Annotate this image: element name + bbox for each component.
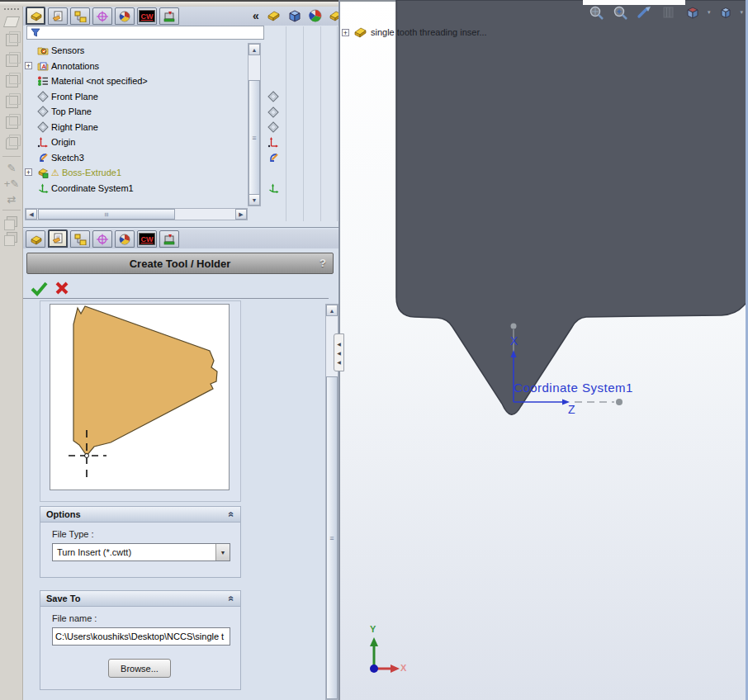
filter-funnel-icon bbox=[30, 27, 41, 38]
expand-toggle[interactable]: + bbox=[342, 29, 349, 36]
sketch-icon[interactable]: ✎ bbox=[7, 163, 17, 173]
tab-camworks-feature[interactable]: CW bbox=[137, 7, 157, 25]
scroll-thumb[interactable]: ≡ bbox=[249, 80, 260, 196]
dropdown-caret-icon[interactable]: ▾ bbox=[708, 9, 711, 16]
tree-item-coordinate-system1[interactable]: Coordinate System1 bbox=[25, 181, 246, 196]
flyout-origin-icon[interactable] bbox=[266, 135, 281, 149]
tab-property-manager[interactable] bbox=[48, 7, 68, 25]
boss-extrude-icon bbox=[36, 167, 49, 179]
cancel-button[interactable] bbox=[54, 281, 69, 296]
view-cube-icon[interactable] bbox=[6, 54, 18, 67]
scroll-up-button[interactable]: ▲ bbox=[326, 305, 338, 316]
tab-camworks-operation[interactable] bbox=[159, 7, 179, 25]
tree-item-top-plane[interactable]: Top Plane bbox=[25, 104, 246, 119]
3d-sketch-icon[interactable]: +✎ bbox=[4, 178, 19, 189]
flyout-sphere-icon[interactable] bbox=[308, 8, 323, 22]
copy-icon[interactable] bbox=[7, 216, 17, 227]
dropdown-arrow-icon[interactable]: ▼ bbox=[215, 544, 230, 560]
viewport-tree-item[interactable]: + single tooth threading inser... bbox=[342, 26, 487, 39]
flyout-plane-icon[interactable] bbox=[266, 105, 281, 119]
plane-icon bbox=[36, 106, 49, 118]
page-title: Create Tool / Holder bbox=[130, 258, 231, 270]
scroll-thumb[interactable]: ≡ bbox=[326, 376, 338, 699]
collapse-chevron-icon[interactable]: « bbox=[226, 512, 238, 518]
tree-item-right-plane[interactable]: Right Plane bbox=[25, 120, 246, 135]
file-name-input[interactable] bbox=[52, 627, 230, 646]
browse-button[interactable]: Browse... bbox=[108, 659, 171, 678]
tab-property-manager[interactable] bbox=[48, 229, 68, 248]
tree-item-origin[interactable]: Origin bbox=[25, 135, 246, 149]
tab-display-manager[interactable] bbox=[115, 230, 135, 248]
coordinate-system-icon bbox=[36, 182, 49, 195]
solidworks-window: ✎ +✎ ⇄ CW bbox=[0, 0, 748, 700]
tree-vertical-scrollbar[interactable]: ▲ ≡ ▼ bbox=[248, 43, 261, 206]
scroll-thumb[interactable]: ≡ bbox=[38, 209, 175, 220]
flyout-plane-icon[interactable] bbox=[266, 120, 281, 134]
rotate-view-icon[interactable] bbox=[636, 5, 654, 20]
view-cube-icon[interactable] bbox=[6, 75, 18, 88]
tree-item-sensors[interactable]: Sensors bbox=[25, 43, 246, 58]
file-type-dropdown[interactable]: Turn Insert (*.cwtt) ▼ bbox=[52, 543, 230, 561]
expand-toggle[interactable]: + bbox=[25, 168, 32, 176]
plane-icon bbox=[36, 91, 49, 103]
tree-item-material[interactable]: Material <not specified> bbox=[25, 73, 246, 88]
save-to-group: Save To « File name : Browse... bbox=[40, 590, 241, 690]
tab-feature-manager[interactable] bbox=[26, 7, 45, 25]
flyout-sketch-icon[interactable] bbox=[266, 150, 281, 164]
insert-preview-image bbox=[50, 304, 230, 490]
material-icon bbox=[36, 75, 49, 88]
toolbar-divider bbox=[2, 210, 21, 211]
options-group-header[interactable]: Options « bbox=[40, 507, 240, 523]
camworks-operation-tab-icon bbox=[163, 234, 176, 245]
graphics-viewport[interactable]: ▾ ▾ + single tooth threading inser... X … bbox=[338, 0, 748, 700]
scroll-up-button[interactable]: ▲ bbox=[249, 44, 260, 55]
tab-display-manager[interactable] bbox=[115, 7, 135, 25]
tree-filter-bar bbox=[26, 26, 264, 40]
display-style-icon[interactable] bbox=[717, 5, 735, 20]
tab-camworks-feature[interactable]: CW bbox=[137, 230, 157, 248]
copy-icon[interactable] bbox=[7, 232, 17, 243]
tab-dimxpert[interactable] bbox=[92, 7, 112, 25]
view-cube-icon[interactable] bbox=[6, 96, 18, 108]
normal-to-view-icon[interactable] bbox=[3, 17, 20, 27]
tree-item-boss-extrude1[interactable]: + ⚠ Boss-Extrude1 bbox=[25, 165, 246, 180]
tab-configuration-manager[interactable] bbox=[70, 230, 90, 248]
toolbar-drag-handle[interactable] bbox=[4, 8, 19, 12]
flyout-coordinate-system-icon[interactable] bbox=[266, 181, 281, 195]
dropdown-caret-icon[interactable]: ▾ bbox=[741, 9, 744, 16]
expand-toggle[interactable]: + bbox=[25, 62, 32, 69]
scroll-down-button[interactable]: ▼ bbox=[249, 194, 260, 206]
filter-input[interactable] bbox=[44, 26, 263, 39]
flyout-part-icon[interactable] bbox=[266, 8, 281, 22]
zoom-fit-icon[interactable] bbox=[588, 5, 606, 20]
ok-button[interactable] bbox=[30, 280, 48, 296]
flyout-cube-icon[interactable] bbox=[287, 8, 302, 22]
rounded-view-icon[interactable] bbox=[6, 137, 18, 149]
tab-dimxpert[interactable] bbox=[92, 230, 112, 248]
scroll-right-button[interactable]: ▶ bbox=[235, 209, 247, 220]
flyout-plane-icon[interactable] bbox=[266, 89, 281, 103]
coordinate-system-label[interactable]: Coordinate System1 bbox=[514, 381, 633, 395]
tab-configuration-manager[interactable] bbox=[70, 7, 90, 25]
section-view-icon[interactable] bbox=[660, 5, 678, 20]
tree-horizontal-scrollbar[interactable]: ◀ ≡ ▶ bbox=[25, 208, 248, 220]
tab-feature-manager[interactable] bbox=[26, 230, 45, 248]
column-divider bbox=[286, 26, 286, 221]
options-group: Options « File Type : Turn Insert (*.cwt… bbox=[40, 506, 241, 578]
collapse-panel-button[interactable]: « bbox=[253, 9, 259, 22]
tree-item-sketch3[interactable]: Sketch3 bbox=[25, 150, 246, 165]
panel-splitter-handle[interactable]: ◀ ◀ ◀ bbox=[334, 333, 344, 371]
help-button[interactable]: ? bbox=[320, 257, 326, 269]
scroll-left-button[interactable]: ◀ bbox=[26, 209, 37, 220]
view-cube-icon[interactable] bbox=[6, 34, 18, 46]
display-manager-tab-icon bbox=[118, 234, 131, 245]
tree-item-front-plane[interactable]: Front Plane bbox=[25, 89, 246, 104]
zoom-area-icon[interactable] bbox=[612, 5, 630, 20]
tree-item-annotations[interactable]: + A Annotations bbox=[25, 59, 246, 73]
save-to-group-header[interactable]: Save To « bbox=[40, 591, 240, 607]
route-icon[interactable]: ⇄ bbox=[7, 194, 17, 205]
view-orientation-icon[interactable] bbox=[684, 5, 702, 20]
view-cube-icon[interactable] bbox=[6, 116, 18, 129]
tab-camworks-operation[interactable] bbox=[159, 230, 179, 248]
collapse-chevron-icon[interactable]: « bbox=[226, 596, 238, 602]
